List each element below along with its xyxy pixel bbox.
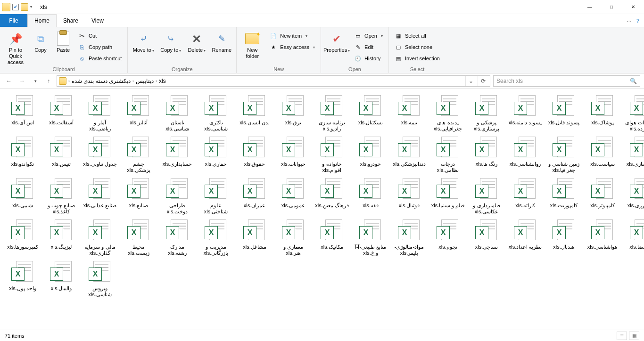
file-item[interactable]: Xپدیده های جغرافیایی.xls	[431, 95, 465, 132]
file-item[interactable]: Xحیوانات.xls	[276, 137, 310, 173]
file-item[interactable]: Xنساجی.xls	[470, 219, 504, 256]
search-box[interactable]: Search xls 🔍	[493, 75, 640, 87]
select-all-button[interactable]: ▦Select all	[393, 31, 442, 41]
file-item[interactable]: Xبیمه.xls	[392, 95, 426, 132]
copy-button[interactable]: ⧉ Copy	[31, 29, 50, 53]
file-item[interactable]: Xفقه.xls	[354, 178, 388, 215]
paste-shortcut-button[interactable]: ⎋Paste shortcut	[76, 54, 124, 63]
file-item[interactable]: Xچشم پزشکی.xls	[122, 137, 156, 173]
breadcrumb-item[interactable]: دیکشنری دسته بندی شده	[72, 78, 131, 84]
rename-button[interactable]: ✎ Rename	[211, 29, 232, 53]
delete-button[interactable]: ✕ Delete▾	[186, 29, 207, 54]
file-item[interactable]: Xخودرو.xls	[354, 137, 388, 173]
copy-to-button[interactable]: ⤷ Copy to▾	[159, 29, 182, 54]
file-item[interactable]: Xبدن انسان.xls	[238, 95, 272, 132]
file-item[interactable]: Xمکانیک.xls	[315, 219, 349, 256]
file-item[interactable]: Xمعماری و هنر.xls	[276, 219, 310, 256]
file-item[interactable]: Xکامپوزیت.xls	[547, 178, 581, 215]
close-button[interactable]: ✕	[622, 0, 644, 14]
new-folder-button[interactable]: New folder	[240, 29, 264, 59]
file-item[interactable]: Xاس آی.xls	[6, 95, 40, 132]
file-item[interactable]: Xکشاورزی.xls	[624, 178, 644, 215]
new-item-button[interactable]: 📄New item▾	[268, 31, 317, 41]
file-item[interactable]: Xمواد-متالوژی-پلیمر.xls	[392, 219, 426, 256]
file-item[interactable]: Xباکتری شناسی.xls	[199, 95, 233, 132]
maximize-button[interactable]: □	[601, 0, 622, 14]
address-bar[interactable]: › دیکشنری دسته بندی شده › دیتابیس › xls …	[57, 75, 490, 87]
file-item[interactable]: Xعلوم شناختی.xls	[199, 178, 233, 215]
address-dropdown-button[interactable]: ⌄	[465, 76, 476, 86]
file-item[interactable]: Xطراحی دوخت.xls	[160, 178, 194, 215]
file-item[interactable]: Xمحیط زیست.xls	[122, 219, 156, 256]
file-item[interactable]: Xتکواندو.xls	[6, 137, 40, 173]
minimize-button[interactable]: —	[579, 0, 601, 14]
file-item[interactable]: Xمنابع طبیعی-آ-آ و خ.xls	[354, 219, 388, 256]
tab-view[interactable]: View	[85, 14, 110, 27]
properties-button[interactable]: ✔ Properties▾	[325, 29, 348, 54]
file-item[interactable]: Xهواشناسی.xls	[586, 219, 619, 256]
minimize-ribbon-icon[interactable]: ︿	[627, 17, 632, 24]
file-item[interactable]: Xپزشکی و پرستاری.xls	[470, 95, 504, 132]
file-item[interactable]: Xجدول تناوبی.xls	[83, 137, 117, 173]
copy-path-button[interactable]: ⎘Copy path	[76, 42, 124, 52]
file-item[interactable]: Xفرهنگ معین.xls	[315, 178, 349, 215]
paste-button[interactable]: Paste	[54, 29, 73, 53]
file-item[interactable]: Xنجوم.xls	[431, 219, 465, 256]
file-item[interactable]: Xبرنامه سازی رادیو.xls	[315, 95, 349, 132]
file-item[interactable]: Xصنایع.xls	[122, 178, 156, 215]
file-item[interactable]: Xپوشاک.xls	[586, 95, 619, 132]
file-item[interactable]: Xکمپرسورها.xls	[6, 219, 40, 256]
qat-properties-icon[interactable]: ✔	[12, 4, 19, 10]
file-item[interactable]: Xهوافضا.xls	[624, 219, 644, 256]
file-item[interactable]: Xفیلمبرداری و عکاسی.xls	[470, 178, 504, 215]
chevron-right-icon[interactable]: ›	[132, 79, 134, 83]
file-item[interactable]: Xروانشناسی.xls	[508, 137, 542, 173]
file-item[interactable]: Xزمین شناسی و جغرافیا.xls	[547, 137, 581, 173]
refresh-button[interactable]: ⟳	[478, 76, 488, 86]
file-item[interactable]: Xفیلم و سینما.xls	[431, 178, 465, 215]
breadcrumb-item[interactable]: دیتابیس	[136, 78, 154, 84]
files-pane[interactable]: Xاس آی.xlsXآسفالت.xlsXآمار و ریاضی.xlsXآ…	[0, 89, 644, 330]
file-item[interactable]: Xسیاست.xls	[586, 137, 619, 173]
open-button[interactable]: ▭Open▾	[352, 31, 385, 41]
file-item[interactable]: Xتاسیسات هوای فشرده.xls	[624, 95, 644, 132]
file-item[interactable]: Xحفاری.xls	[199, 137, 233, 173]
tab-home[interactable]: Home	[27, 14, 57, 27]
up-button[interactable]: ↑	[43, 76, 54, 86]
cut-button[interactable]: ✂Cut	[76, 31, 124, 41]
forward-button[interactable]: →	[17, 76, 27, 86]
file-item[interactable]: Xبرق.xls	[276, 95, 310, 132]
file-item[interactable]: Xشهرسازی.xls	[624, 137, 644, 173]
details-view-button[interactable]: ≣	[617, 332, 627, 340]
tab-file[interactable]: File	[0, 14, 27, 27]
tab-share[interactable]: Share	[57, 14, 85, 27]
chevron-right-icon[interactable]: ›	[156, 79, 157, 83]
file-item[interactable]: Xدرجات نظامی.xls	[431, 137, 465, 173]
file-item[interactable]: Xتنیس.xls	[44, 137, 78, 173]
file-item[interactable]: Xعمران.xls	[238, 178, 272, 215]
file-item[interactable]: Xوالیبال.xls	[44, 261, 78, 298]
file-item[interactable]: Xواحد پول.xls	[6, 261, 40, 298]
file-item[interactable]: Xرنگ ها.xls	[470, 137, 504, 173]
file-item[interactable]: Xویروس شناسی.xls	[83, 261, 117, 298]
file-item[interactable]: Xلیزینگ.xls	[44, 219, 78, 256]
file-item[interactable]: Xشیمی.xls	[6, 178, 40, 215]
pin-to-quick-access-button[interactable]: 📌 Pin to Quick access	[4, 29, 27, 65]
file-item[interactable]: Xمدیریت و بازرگانی.xls	[199, 219, 233, 256]
file-item[interactable]: Xمشاغل.xls	[238, 219, 272, 256]
file-item[interactable]: Xنظریه اعداد.xls	[508, 219, 542, 256]
invert-selection-button[interactable]: ▤Invert selection	[393, 54, 442, 63]
file-item[interactable]: Xکامپیوتر.xls	[586, 178, 619, 215]
qat-dropdown-icon[interactable]: ▾	[30, 5, 32, 9]
file-item[interactable]: Xمدارک رشته.xls	[160, 219, 194, 256]
file-item[interactable]: Xآنالیز.xls	[122, 95, 156, 132]
file-item[interactable]: Xآسفالت.xls	[44, 95, 78, 132]
file-item[interactable]: Xهندبال.xls	[547, 219, 581, 256]
file-item[interactable]: Xخانواده و اقوام.xls	[315, 137, 349, 173]
breadcrumb-item[interactable]: xls	[159, 78, 166, 84]
select-none-button[interactable]: ▢Select none	[393, 42, 442, 52]
file-item[interactable]: Xعمومی.xls	[276, 178, 310, 215]
file-item[interactable]: Xکاراته.xls	[508, 178, 542, 215]
file-item[interactable]: Xبسکتبال.xls	[354, 95, 388, 132]
move-to-button[interactable]: ⤶ Move to▾	[132, 29, 155, 54]
